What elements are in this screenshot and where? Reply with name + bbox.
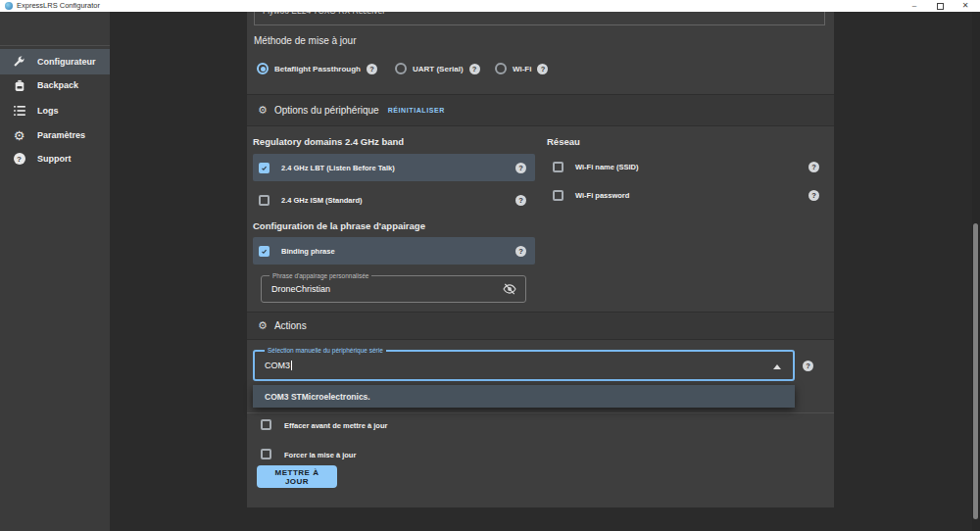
serial-device-select-value: COM3 bbox=[265, 352, 292, 379]
gear-icon: ⚙ bbox=[258, 105, 268, 116]
radio-icon bbox=[495, 63, 507, 74]
serial-device-dropdown: COM3 STMicroelectronics. bbox=[253, 385, 795, 408]
eye-off-icon[interactable] bbox=[503, 283, 516, 295]
sidebar-item-logs[interactable]: Logs bbox=[0, 98, 110, 123]
radio-label: UART (Serial) bbox=[413, 65, 464, 73]
checkbox-row-wifi-password[interactable]: Wi-Fi password ? bbox=[547, 182, 828, 208]
sidebar-item-label: Backpack bbox=[37, 80, 78, 90]
checkbox-force-flash[interactable] bbox=[261, 449, 271, 459]
divider bbox=[247, 125, 834, 126]
device-options-header: ⚙ Options du périphérique RÉINITIALISER bbox=[247, 95, 834, 125]
close-button[interactable]: ✕ bbox=[953, 0, 978, 12]
sidebar-item-label: Support bbox=[37, 154, 72, 164]
gear-icon: ⚙ bbox=[12, 129, 26, 142]
sidebar-item-label: Paramètres bbox=[37, 130, 85, 140]
backpack-icon bbox=[12, 79, 26, 92]
checkbox-icon bbox=[553, 190, 564, 201]
checkbox-label: Wi-Fi password bbox=[575, 191, 629, 200]
scrollbar-track[interactable] bbox=[972, 12, 980, 531]
radio-label: Wi-Fi bbox=[513, 65, 531, 73]
titlebar: ExpressLRS Configurator – ✕ bbox=[0, 0, 980, 12]
checkbox-label: Effacer avant de mettre à jour bbox=[284, 421, 387, 430]
restore-icon bbox=[937, 3, 944, 10]
checkbox-label: Wi-Fi name (SSID) bbox=[575, 163, 639, 171]
radio-uart-serial[interactable]: UART (Serial) ? bbox=[395, 61, 480, 76]
checkbox-checked-icon bbox=[259, 163, 270, 173]
sidebar-item-settings[interactable]: ⚙ Paramètres bbox=[0, 122, 110, 148]
maximize-button[interactable] bbox=[927, 0, 953, 12]
network-title: Réseau bbox=[547, 136, 580, 147]
list-icon bbox=[12, 106, 26, 116]
actions-header: ⚙ Actions bbox=[247, 313, 834, 339]
wrench-icon bbox=[12, 56, 26, 69]
update-method-title: Méthode de mise à jour bbox=[254, 35, 357, 46]
help-icon: ? bbox=[12, 153, 26, 165]
device-options-title: Options du périphérique bbox=[274, 105, 379, 116]
sidebar-item-configurator[interactable]: Configurateur bbox=[0, 49, 110, 74]
binding-phrase-title: Configuration de la phrase d'appairage bbox=[253, 220, 425, 231]
sidebar-item-support[interactable]: ? Support bbox=[0, 146, 110, 171]
checkbox-erase-before-flash[interactable] bbox=[261, 419, 271, 430]
help-icon[interactable]: ? bbox=[808, 162, 819, 172]
checkbox-label: Forcer la mise à jour bbox=[284, 451, 356, 459]
checkbox-checked-icon bbox=[259, 246, 270, 257]
chevron-up-icon[interactable] bbox=[773, 364, 781, 369]
checkbox-label: Binding phrase bbox=[281, 247, 335, 256]
minimize-button[interactable]: – bbox=[902, 0, 927, 12]
radio-label: Betaflight Passthrough bbox=[274, 65, 361, 73]
configurator-panel: Flywoo EL24 TCXO RX Receiver Méthode de … bbox=[247, 12, 834, 507]
serial-device-select[interactable]: Sélection manuelle du périphérique série… bbox=[253, 350, 795, 381]
checkbox-row-wifi-ssid[interactable]: Wi-Fi name (SSID) ? bbox=[547, 154, 828, 179]
checkbox-icon bbox=[553, 162, 564, 172]
text-cursor bbox=[291, 361, 292, 370]
divider bbox=[247, 339, 834, 340]
device-target-select[interactable]: Flywoo EL24 TCXO RX Receiver bbox=[254, 12, 825, 25]
sidebar-item-backpack[interactable]: Backpack bbox=[0, 72, 110, 98]
radio-betaflight-passthrough[interactable]: Betaflight Passthrough ? bbox=[257, 61, 377, 76]
checkbox-label: 2.4 GHz ISM (Standard) bbox=[281, 196, 363, 205]
help-icon[interactable]: ? bbox=[515, 195, 526, 206]
checkbox-row-binding-phrase[interactable]: Binding phrase ? bbox=[253, 237, 535, 265]
sidebar-item-label: Configurateur bbox=[37, 57, 96, 67]
radio-selected-icon bbox=[257, 63, 269, 74]
device-target-value: Flywoo EL24 TCXO RX Receiver bbox=[263, 12, 385, 16]
scrollbar-thumb[interactable] bbox=[973, 223, 978, 519]
help-icon[interactable]: ? bbox=[515, 246, 526, 257]
help-icon[interactable]: ? bbox=[803, 361, 813, 371]
reset-button[interactable]: RÉINITIALISER bbox=[388, 107, 445, 114]
regulatory-domains-title: Regulatory domains 2.4 GHz band bbox=[253, 136, 404, 147]
actions-title: Actions bbox=[274, 320, 307, 331]
checkbox-icon bbox=[259, 195, 270, 206]
update-button[interactable]: METTRE À JOUR bbox=[257, 465, 337, 488]
checkbox-row-ism[interactable]: 2.4 GHz ISM (Standard) ? bbox=[253, 187, 535, 213]
divider bbox=[247, 412, 834, 413]
binding-phrase-field: Phrase d'appairage personnalisée bbox=[261, 275, 526, 303]
help-icon[interactable]: ? bbox=[515, 163, 526, 173]
checkbox-row-lbt[interactable]: 2.4 GHz LBT (Listen Before Talk) ? bbox=[253, 154, 535, 181]
help-icon[interactable]: ? bbox=[808, 190, 819, 201]
help-icon[interactable]: ? bbox=[469, 64, 480, 74]
expresslrs-configurator-window: ExpressLRS Configurator – ✕ Configurateu… bbox=[0, 0, 980, 531]
divider bbox=[0, 45, 110, 46]
sidebar-item-label: Logs bbox=[37, 106, 59, 116]
binding-phrase-input[interactable] bbox=[271, 276, 456, 302]
window-title: ExpressLRS Configurator bbox=[17, 1, 100, 10]
window-controls: – ✕ bbox=[902, 0, 978, 12]
checkbox-label: 2.4 GHz LBT (Listen Before Talk) bbox=[281, 164, 395, 172]
gear-icon: ⚙ bbox=[258, 320, 268, 331]
radio-icon bbox=[395, 63, 407, 74]
sidebar: Configurateur Backpack Logs ⚙ Paramètres… bbox=[0, 12, 110, 531]
app-logo-icon bbox=[5, 2, 13, 10]
radio-wifi[interactable]: Wi-Fi ? bbox=[495, 61, 548, 76]
dropdown-option-com3[interactable]: COM3 STMicroelectronics. bbox=[253, 385, 795, 408]
help-icon[interactable]: ? bbox=[537, 64, 548, 74]
help-icon[interactable]: ? bbox=[367, 64, 377, 74]
